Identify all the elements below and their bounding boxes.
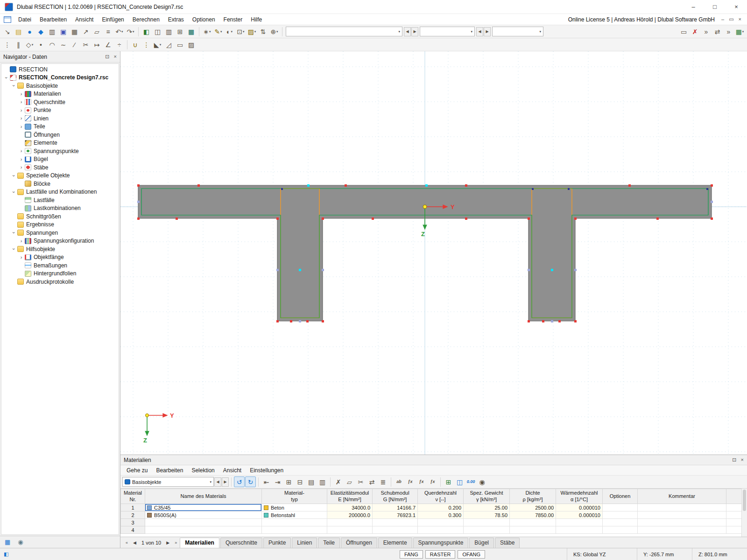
print-icon[interactable]: ▦ bbox=[69, 26, 80, 37]
snap-settings-icon[interactable]: ∗▾ bbox=[202, 26, 212, 37]
cell-rho[interactable]: 7850.00 bbox=[510, 511, 556, 519]
chevron-right-icon[interactable]: › bbox=[18, 165, 24, 170]
tree-item-punkte[interactable]: ›Punkte bbox=[1, 106, 119, 115]
tree-item-spezielle-objekte[interactable]: ›Spezielle Objekte bbox=[1, 172, 119, 180]
column-header-options[interactable]: Optionen bbox=[603, 489, 638, 504]
cell-gamma[interactable]: 25.00 bbox=[464, 504, 510, 511]
cell-name[interactable] bbox=[145, 519, 262, 526]
tree-item-stäbe[interactable]: ›Stäbe bbox=[1, 163, 119, 172]
tree-item-spannungen[interactable]: ›Spannungen bbox=[1, 229, 119, 237]
search-icon[interactable]: ◉ bbox=[477, 476, 487, 487]
node-tool-icon[interactable]: • bbox=[35, 39, 46, 50]
cell-comment[interactable] bbox=[638, 511, 726, 519]
column-header-rho[interactable]: Dichteρ [kg/m³] bbox=[510, 489, 556, 504]
tree-item-materialien[interactable]: ›Materialien bbox=[1, 90, 119, 98]
maximize-button[interactable]: □ bbox=[704, 0, 726, 14]
cell-type[interactable]: Betonstahl bbox=[262, 511, 327, 519]
chevron-down-icon[interactable]: › bbox=[4, 75, 9, 81]
cell-options[interactable] bbox=[603, 519, 638, 526]
cell-type[interactable] bbox=[262, 526, 327, 534]
cell-alpha[interactable]: 0.000010 bbox=[556, 504, 603, 511]
curve-tool-icon[interactable]: ∼ bbox=[58, 39, 69, 50]
tab-teile[interactable]: Teile bbox=[318, 538, 340, 548]
cell-name[interactable]: B500S(A) bbox=[145, 511, 262, 519]
chevron-down-icon[interactable]: › bbox=[11, 189, 16, 195]
minimize-button[interactable]: – bbox=[683, 0, 704, 14]
open-file-icon[interactable]: ▤ bbox=[13, 26, 24, 37]
work-window-1-icon[interactable]: ◧ bbox=[141, 26, 152, 37]
tree-item-hintergrundfolien[interactable]: ›Hintergrundfolien bbox=[1, 270, 119, 278]
cell-g[interactable] bbox=[373, 526, 418, 534]
section-centroid-node[interactable] bbox=[423, 205, 427, 209]
fx-edit-icon[interactable]: ƒx bbox=[416, 476, 427, 487]
tree-item-ausdruckprotokolle[interactable]: ›Ausdruckprotokolle bbox=[1, 278, 119, 286]
cell-nu[interactable] bbox=[418, 526, 464, 534]
settings-icon[interactable]: ⊕▾ bbox=[269, 26, 280, 37]
cell-options[interactable] bbox=[603, 526, 638, 534]
tree-item-lastfälle[interactable]: ›Lastfälle bbox=[1, 196, 119, 204]
tree-item-lastkombinationen[interactable]: ›Lastkombinationen bbox=[1, 204, 119, 213]
tab-linien[interactable]: Linien bbox=[292, 538, 317, 548]
cell-rho[interactable] bbox=[510, 526, 556, 534]
cell-gamma[interactable] bbox=[464, 519, 510, 526]
menu-extras[interactable]: Extras bbox=[164, 15, 188, 24]
tree-item-objektfänge[interactable]: ›Objektfänge bbox=[1, 253, 119, 262]
menu-ansicht[interactable]: Ansicht bbox=[71, 15, 98, 24]
opening-tool-icon[interactable]: ▭ bbox=[175, 39, 185, 50]
import-model-icon[interactable]: ↘ bbox=[2, 26, 13, 37]
format-painter-icon[interactable]: ▨▾ bbox=[247, 26, 257, 37]
redo-icon[interactable]: ↷▾ bbox=[125, 26, 136, 37]
float-panel-icon[interactable]: ⊡ bbox=[105, 54, 109, 60]
tree-item-elemente[interactable]: ›Elemente bbox=[1, 139, 119, 147]
more-views-icon[interactable]: » bbox=[723, 26, 734, 37]
column-header-type[interactable]: Material-typ bbox=[262, 489, 327, 504]
column-header-gamma[interactable]: Spez. Gewichtγ [kN/m³] bbox=[464, 489, 510, 504]
fillet-tool-icon[interactable]: ∠ bbox=[103, 39, 113, 50]
cell-nr[interactable]: 2 bbox=[121, 511, 145, 519]
sync-graphic-icon[interactable]: ↺ bbox=[234, 476, 245, 487]
more-tools-icon[interactable]: » bbox=[701, 26, 712, 37]
save-icon[interactable]: ▣ bbox=[58, 26, 69, 37]
close-button[interactable]: × bbox=[726, 0, 747, 14]
cell-e[interactable] bbox=[327, 519, 373, 526]
column-header-e[interactable]: ElastizitätsmodulE [N/mm²] bbox=[327, 489, 373, 504]
import-rows-icon[interactable]: ⇤ bbox=[261, 476, 272, 487]
tab-spannungspunkte[interactable]: Spannungspunkte bbox=[413, 538, 469, 548]
menu-datei[interactable]: Datei bbox=[14, 15, 35, 24]
material-row-3[interactable]: 3 bbox=[121, 519, 742, 526]
work-window-3-icon[interactable]: ▥ bbox=[163, 26, 174, 37]
copy-icon[interactable]: ▱ bbox=[92, 26, 102, 37]
cell-options[interactable] bbox=[603, 511, 638, 519]
tab-bügel[interactable]: Bügel bbox=[469, 538, 494, 548]
combo1-next-icon[interactable]: ▶ bbox=[411, 27, 418, 36]
tab-punkte[interactable]: Punkte bbox=[263, 538, 291, 548]
cell-g[interactable] bbox=[373, 519, 418, 526]
column-header-g[interactable]: SchubmodulG [N/mm²] bbox=[373, 489, 418, 504]
tree-item-öffnungen[interactable]: ›Öffnungen bbox=[1, 131, 119, 139]
table-input-icon[interactable] bbox=[4, 16, 11, 23]
cell-g[interactable]: 76923.1 bbox=[373, 511, 418, 519]
rebar-tool-icon[interactable]: ⋮ bbox=[141, 39, 152, 50]
chevron-right-icon[interactable]: › bbox=[18, 99, 24, 105]
chevron-down-icon[interactable]: › bbox=[11, 230, 16, 236]
table-scrollbar[interactable] bbox=[741, 489, 747, 537]
chevron-right-icon[interactable]: › bbox=[18, 157, 24, 162]
column-header-alpha[interactable]: Wärmedehnzahlα [1/°C] bbox=[556, 489, 603, 504]
float-panel-icon[interactable]: ⊡ bbox=[732, 457, 736, 463]
tree-item-lastfälle-und-kombinationen[interactable]: ›Lastfälle und Kombinationen bbox=[1, 188, 119, 196]
cell-e[interactable] bbox=[327, 526, 373, 534]
cell-type[interactable]: Beton bbox=[262, 504, 327, 511]
export-rows-icon[interactable]: ⇥ bbox=[272, 476, 283, 487]
menu-fenster[interactable]: Fenster bbox=[219, 15, 247, 24]
rsc-tables-icon[interactable]: ▦ bbox=[186, 26, 197, 37]
tree-item-blöcke[interactable]: ›Blöcke bbox=[1, 180, 119, 188]
dimension-lines-icon[interactable]: ▭ bbox=[678, 26, 689, 37]
select-rows-icon[interactable]: ≣ bbox=[378, 476, 388, 487]
menu-hilfe[interactable]: Hilfe bbox=[247, 15, 266, 24]
mdi-close-icon[interactable]: × bbox=[739, 16, 741, 22]
graphics-canvas[interactable]: Y Z Y Z bbox=[120, 51, 747, 455]
tree-item-basisobjekte[interactable]: ›Basisobjekte bbox=[1, 82, 119, 90]
points-tool-icon[interactable]: ⋮ bbox=[2, 39, 13, 50]
material-row-4[interactable]: 4 bbox=[121, 526, 742, 534]
tree-item-querschnitte[interactable]: ›Querschnitte bbox=[1, 98, 119, 106]
